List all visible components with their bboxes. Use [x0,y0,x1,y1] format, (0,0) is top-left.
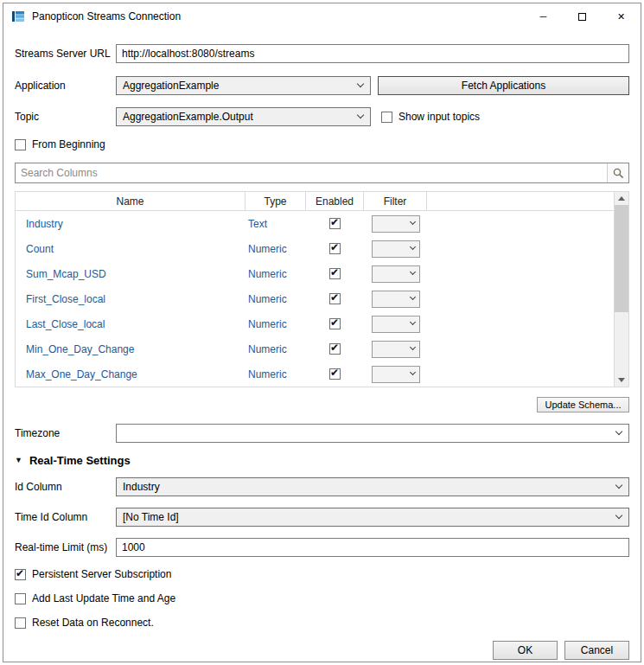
filter-combo[interactable] [372,366,420,383]
enabled-checkbox[interactable] [329,268,341,279]
from-beginning-checkbox[interactable] [15,139,26,150]
application-label: Application [15,80,116,92]
chevron-down-icon [409,344,415,350]
close-icon: ✕ [617,11,625,22]
real-time-settings-title: Real-Time Settings [29,454,131,467]
real-time-settings-section[interactable]: ▼ Real-Time Settings [15,453,629,467]
table-row[interactable]: Industry Text [16,211,614,236]
chevron-down-icon [409,244,415,250]
id-column-label: Id Column [15,481,116,493]
column-name-cell: Max_One_Day_Change [16,368,245,380]
persistent-server-subscription-checkbox[interactable] [15,569,26,580]
show-input-topics-option: Show input topics [381,111,480,123]
minimize-icon: ─ [540,11,547,22]
time-id-column-combo-value: [No Time Id] [123,511,616,523]
table-row[interactable]: Count Numeric [16,236,614,261]
topic-label: Topic [15,111,116,123]
column-type-cell: Numeric [245,293,306,305]
column-name-cell: Industry [16,218,245,230]
scroll-up-button[interactable] [615,192,628,205]
time-id-column-label: Time Id Column [15,511,116,523]
column-type-cell: Text [245,218,306,230]
enabled-checkbox[interactable] [329,293,341,304]
column-header-enabled[interactable]: Enabled [306,192,364,210]
scrollbar-thumb[interactable] [615,205,628,312]
enabled-checkbox[interactable] [329,218,341,229]
show-input-topics-label: Show input topics [399,111,480,123]
column-type-cell: Numeric [245,318,306,330]
section-expanded-icon: ▼ [15,456,22,464]
column-name-cell: Last_Close_local [16,318,245,330]
column-header-name[interactable]: Name [16,192,245,210]
filter-combo[interactable] [372,215,420,233]
topic-combo[interactable]: AggregationExample.Output [116,107,371,126]
titlebar[interactable]: Panopticon Streams Connection ─ ✕ [3,3,641,29]
timezone-combo[interactable] [116,424,629,443]
id-column-combo[interactable]: Industry [116,477,629,496]
update-schema-button[interactable]: Update Schema... [537,397,629,412]
column-header-filter[interactable]: Filter [364,192,427,210]
chevron-down-icon [357,80,364,87]
streams-server-url-input[interactable] [116,44,629,63]
chevron-down-icon [409,269,415,275]
chevron-down-icon [615,428,622,435]
reset-data-on-reconnect-option: Reset Data on Reconnect. [15,617,154,629]
filter-combo[interactable] [372,265,420,283]
table-row[interactable]: Last_Close_local Numeric [16,311,614,336]
chevron-down-icon [409,294,415,300]
table-row[interactable]: Max_One_Day_Change Numeric [16,361,614,387]
table-row[interactable]: Sum_Mcap_USD Numeric [16,261,614,286]
scrollbar-track[interactable] [615,205,628,374]
realtime-limit-label: Real-time Limit (ms) [15,541,116,553]
close-button[interactable]: ✕ [602,3,641,29]
column-header-type[interactable]: Type [245,192,306,210]
show-input-topics-checkbox[interactable] [381,112,392,123]
column-name-cell: First_Close_local [16,293,245,305]
columns-table: Name Type Enabled Filter Industry Text C… [15,191,629,387]
chevron-down-icon [409,369,415,375]
columns-grid: Name Type Enabled Filter Industry Text C… [16,192,614,387]
time-id-column-combo[interactable]: [No Time Id] [116,508,629,527]
enabled-checkbox[interactable] [329,343,341,355]
chevron-down-icon [409,319,415,325]
minimize-button[interactable]: ─ [524,3,563,29]
reset-data-on-reconnect-checkbox[interactable] [15,617,26,629]
column-type-cell: Numeric [245,368,306,380]
scroll-down-button[interactable] [615,374,628,387]
filter-combo[interactable] [372,291,420,308]
add-last-update-time-option: Add Last Update Time and Age [15,592,175,604]
chevron-down-icon [409,219,415,225]
from-beginning-option: From Beginning [15,138,105,150]
cancel-button[interactable]: Cancel [564,641,629,660]
filter-combo[interactable] [372,240,420,258]
search-columns-input[interactable] [16,163,607,182]
vertical-scrollbar[interactable] [614,192,628,387]
fetch-applications-button[interactable]: Fetch Applications [378,76,629,95]
ok-button[interactable]: OK [493,641,558,660]
column-header-empty [427,192,614,210]
window-title: Panopticon Streams Connection [32,10,181,22]
application-combo[interactable]: AggregationExample [116,76,371,95]
column-type-cell: Numeric [245,268,306,280]
realtime-limit-input[interactable] [116,538,629,557]
chevron-down-icon [615,482,622,489]
table-row[interactable]: Min_One_Day_Change Numeric [16,336,614,361]
filter-combo[interactable] [372,341,420,358]
from-beginning-label: From Beginning [32,138,105,150]
filter-combo[interactable] [372,316,420,333]
chevron-down-icon [357,112,364,118]
column-name-cell: Count [16,243,245,255]
enabled-checkbox[interactable] [329,318,341,329]
enabled-checkbox[interactable] [329,368,341,380]
enabled-checkbox[interactable] [329,243,341,254]
maximize-button[interactable] [563,3,602,29]
search-button[interactable] [607,163,628,182]
add-last-update-time-checkbox[interactable] [15,593,26,604]
dialog-content: Streams Server URL Application Aggregati… [3,44,641,660]
application-combo-value: AggregationExample [123,80,358,92]
panopticon-streams-connection-dialog: Panopticon Streams Connection ─ ✕ Stream… [3,3,641,662]
persistent-server-subscription-label: Persistent Server Subscription [32,568,171,580]
id-column-combo-value: Industry [123,481,616,493]
table-row[interactable]: First_Close_local Numeric [16,286,614,311]
column-name-cell: Min_One_Day_Change [16,343,245,355]
